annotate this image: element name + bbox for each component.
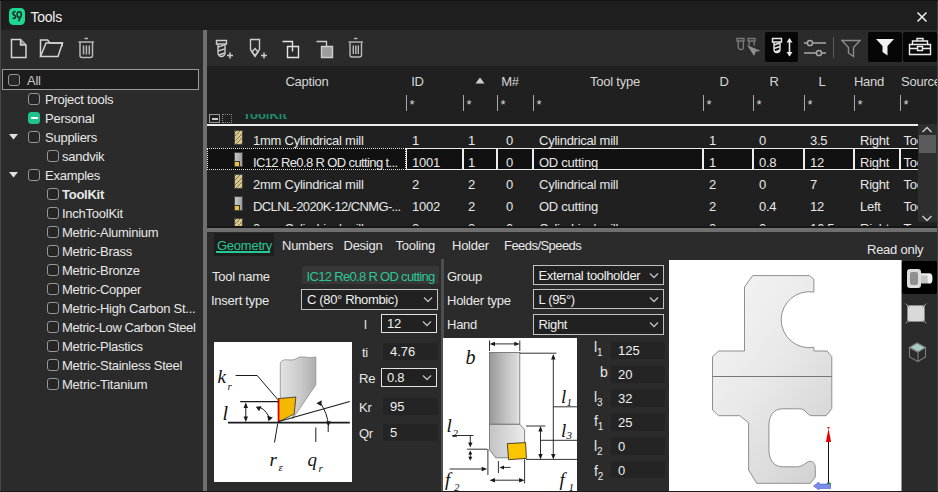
svg-text:l: l xyxy=(561,420,566,441)
svg-text:3: 3 xyxy=(566,429,573,441)
svg-text:2: 2 xyxy=(453,427,459,439)
svg-text:ε: ε xyxy=(279,461,284,473)
svg-text:l: l xyxy=(447,415,452,436)
svg-text:q: q xyxy=(308,449,318,470)
svg-text:r: r xyxy=(319,462,324,474)
svg-text:r: r xyxy=(228,380,233,392)
svg-text:b: b xyxy=(466,346,476,368)
svg-text:r: r xyxy=(270,449,278,470)
svg-text:l: l xyxy=(223,402,229,424)
svg-text:k: k xyxy=(218,366,227,387)
svg-text:l: l xyxy=(561,386,566,407)
svg-text:1: 1 xyxy=(567,396,573,408)
